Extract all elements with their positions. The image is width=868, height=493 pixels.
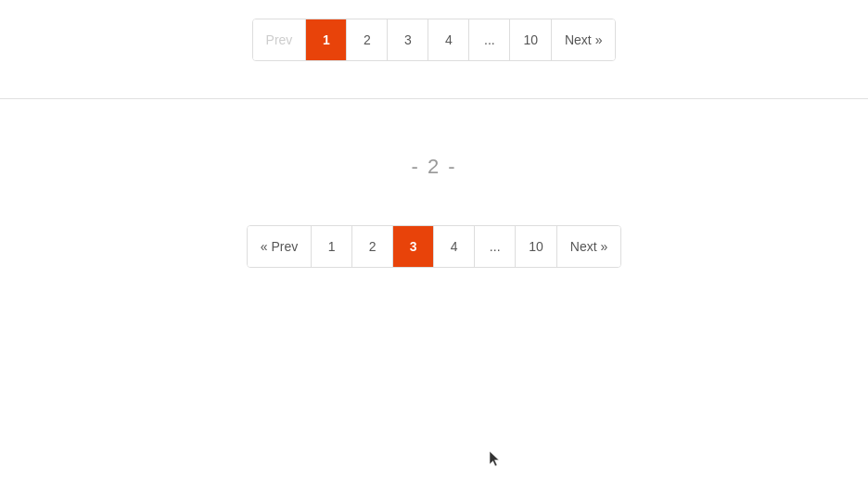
prev-button-2[interactable]: « Prev — [248, 226, 312, 267]
page-2-btn-1[interactable]: 2 — [347, 19, 388, 60]
next-button-2[interactable]: Next » — [557, 226, 620, 267]
pagination-1: Prev 1 2 3 4 ... 10 Next » — [252, 19, 617, 61]
page-1-btn-1[interactable]: 1 — [306, 19, 347, 60]
page-1-btn-2[interactable]: 1 — [312, 226, 352, 267]
section-label: - 2 - — [411, 155, 456, 179]
page-3-btn-1[interactable]: 3 — [388, 19, 428, 60]
pagination-section-1: Prev 1 2 3 4 ... 10 Next » — [0, 0, 868, 98]
page-3-btn-2[interactable]: 3 — [393, 226, 434, 267]
pagination-2: « Prev 1 2 3 4 ... 10 Next » — [247, 225, 622, 268]
page-4-btn-1[interactable]: 4 — [428, 19, 469, 60]
pagination-section-2: - 2 - « Prev 1 2 3 4 ... 10 Next » — [0, 99, 868, 268]
prev-button-1[interactable]: Prev — [253, 19, 307, 60]
page-2-btn-2[interactable]: 2 — [352, 226, 393, 267]
page-10-btn-1[interactable]: 10 — [510, 19, 552, 60]
page-10-btn-2[interactable]: 10 — [516, 226, 557, 267]
next-button-1[interactable]: Next » — [552, 19, 615, 60]
page-4-btn-2[interactable]: 4 — [434, 226, 475, 267]
cursor-pointer — [490, 451, 501, 468]
ellipsis-1: ... — [469, 19, 510, 60]
ellipsis-2: ... — [475, 226, 516, 267]
